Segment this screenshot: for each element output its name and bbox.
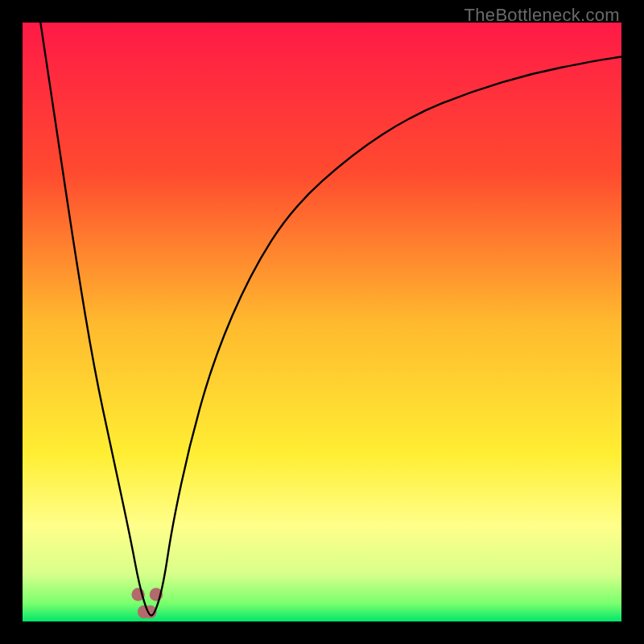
bottleneck-chart [23,23,621,621]
gradient-background [23,23,621,621]
chart-frame: TheBottleneck.com [0,0,644,644]
plot-area [23,23,621,621]
